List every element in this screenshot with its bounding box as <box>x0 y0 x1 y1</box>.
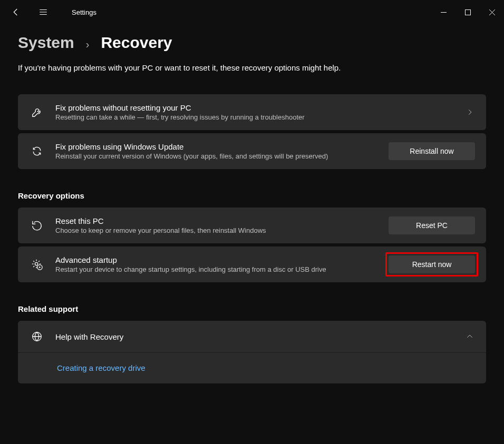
reinstall-now-button[interactable]: Reinstall now <box>389 142 475 160</box>
breadcrumb-parent[interactable]: System <box>18 34 74 52</box>
chevron-right-icon <box>464 107 475 117</box>
help-link-row: Creating a recovery drive <box>18 352 486 383</box>
breadcrumb-current: Recovery <box>101 34 172 52</box>
card-title: Reset this PC <box>55 216 377 225</box>
card-subtitle: Restart your device to change startup se… <box>55 265 377 273</box>
chevron-up-icon <box>464 331 475 342</box>
related-support-heading: Related support <box>18 304 486 313</box>
card-text: Fix problems without resetting your PC R… <box>55 103 453 121</box>
page-subtitle: If you're having problems with your PC o… <box>18 63 486 72</box>
advanced-startup-card: Advanced startup Restart your device to … <box>18 246 486 282</box>
card-title: Fix problems without resetting your PC <box>55 103 453 112</box>
nav-menu-button[interactable] <box>37 6 50 18</box>
card-subtitle: Choose to keep or remove your personal f… <box>55 226 377 234</box>
breadcrumb: System › Recovery <box>18 34 486 52</box>
back-button[interactable] <box>9 6 22 18</box>
globe-icon <box>30 330 44 343</box>
recovery-options-heading: Recovery options <box>18 191 486 200</box>
card-text: Help with Recovery <box>55 332 453 341</box>
fix-without-reset-card[interactable]: Fix problems without resetting your PC R… <box>18 94 486 130</box>
window-controls <box>431 2 504 22</box>
card-text: Reset this PC Choose to keep or remove y… <box>55 216 377 234</box>
svg-point-1 <box>35 262 38 265</box>
refresh-icon <box>30 144 44 158</box>
gear-play-icon <box>30 258 44 271</box>
card-title: Fix problems using Windows Update <box>55 142 377 151</box>
highlight-annotation: Restart now <box>385 252 478 277</box>
card-text: Fix problems using Windows Update Reinst… <box>55 142 377 160</box>
reset-pc-button[interactable]: Reset PC <box>389 216 475 234</box>
app-title: Settings <box>72 8 96 16</box>
close-button[interactable] <box>480 2 504 22</box>
reset-icon <box>30 219 44 232</box>
title-bar: Settings <box>0 0 504 24</box>
fix-with-update-card: Fix problems using Windows Update Reinst… <box>18 133 486 169</box>
create-recovery-drive-link[interactable]: Creating a recovery drive <box>57 363 146 372</box>
intro-group: Fix problems without resetting your PC R… <box>18 94 486 169</box>
reset-pc-card: Reset this PC Choose to keep or remove y… <box>18 208 486 243</box>
card-subtitle: Reinstall your current version of Window… <box>55 152 377 160</box>
card-title: Advanced startup <box>55 255 377 264</box>
svg-rect-0 <box>465 9 470 15</box>
card-subtitle: Resetting can take a while — first, try … <box>55 113 453 121</box>
restart-now-button[interactable]: Restart now <box>389 255 475 273</box>
maximize-button[interactable] <box>455 2 480 22</box>
card-title: Help with Recovery <box>55 332 453 341</box>
minimize-button[interactable] <box>431 2 455 22</box>
page-content: System › Recovery If you're having probl… <box>0 34 504 383</box>
title-bar-left: Settings <box>9 6 96 18</box>
help-recovery-card[interactable]: Help with Recovery <box>18 321 486 352</box>
card-text: Advanced startup Restart your device to … <box>55 255 377 273</box>
wrench-icon <box>30 105 44 119</box>
breadcrumb-separator: › <box>86 38 90 51</box>
